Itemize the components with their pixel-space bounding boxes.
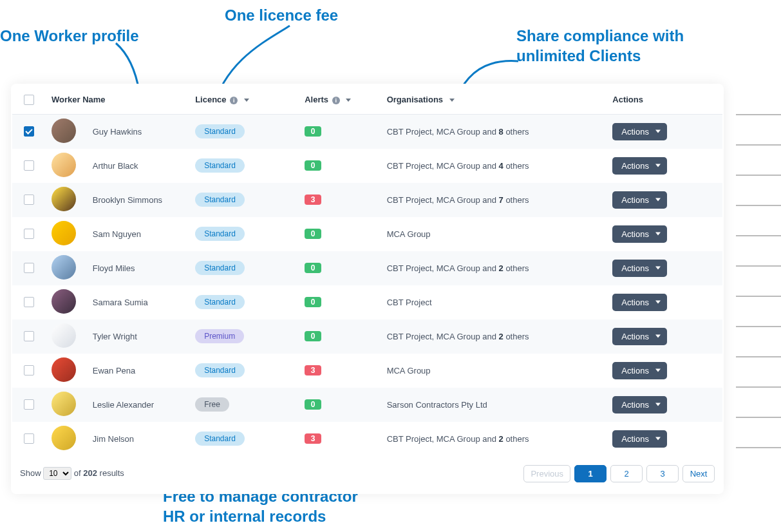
table-row: Guy HawkinsStandard0CBT Project, MCA Gro… — [12, 114, 722, 149]
alerts-badge: 0 — [305, 229, 321, 239]
worker-name[interactable]: Samara Sumia — [86, 285, 189, 319]
alerts-badge: 0 — [305, 263, 321, 273]
info-icon: i — [230, 97, 238, 104]
table-row: Tyler WrightPremium0CBT Project, MCA Gro… — [12, 319, 722, 354]
info-icon: i — [332, 97, 340, 104]
alerts-badge: 0 — [305, 297, 321, 307]
chevron-down-icon — [244, 99, 249, 102]
organisations-cell: CBT Project, MCA Group and 7 others — [381, 183, 607, 217]
licence-pill: Standard — [195, 261, 245, 275]
licence-pill: Standard — [195, 432, 245, 446]
worker-name[interactable]: Tyler Wright — [86, 319, 189, 354]
chevron-down-icon — [346, 99, 351, 102]
worker-name[interactable]: Guy Hawkins — [86, 114, 189, 149]
row-actions-button[interactable]: Actions — [612, 396, 667, 413]
organisations-cell: CBT Project, MCA Group and 2 others — [381, 422, 607, 456]
row-actions-button[interactable]: Actions — [612, 225, 667, 243]
row-checkbox[interactable] — [24, 195, 34, 205]
page-button-3[interactable]: 3 — [646, 465, 679, 482]
row-actions-button[interactable]: Actions — [612, 430, 667, 448]
avatar — [52, 392, 76, 416]
worker-name[interactable]: Brooklyn Simmons — [86, 183, 189, 217]
avatar — [52, 119, 76, 143]
row-actions-button[interactable]: Actions — [612, 191, 667, 209]
row-actions-button[interactable]: Actions — [612, 157, 667, 175]
avatar — [52, 323, 76, 348]
table-row: Floyd MilesStandard0CBT Project, MCA Gro… — [12, 251, 722, 285]
organisations-cell: CBT Project, MCA Group and 4 others — [381, 149, 607, 183]
organisations-cell: CBT Project, MCA Group and 8 others — [381, 114, 607, 149]
row-checkbox[interactable] — [24, 263, 34, 273]
table-row: Brooklyn SimmonsStandard3CBT Project, MC… — [12, 183, 722, 217]
worker-name[interactable]: Arthur Black — [86, 149, 189, 183]
row-actions-button[interactable]: Actions — [612, 328, 667, 345]
organisations-cell: CBT Project — [381, 285, 607, 319]
col-organisations[interactable]: Organisations — [381, 85, 607, 114]
alerts-badge: 0 — [305, 126, 321, 137]
avatar — [52, 221, 76, 245]
col-licence[interactable]: Licence i — [189, 85, 298, 114]
row-checkbox[interactable] — [24, 399, 34, 410]
row-checkbox[interactable] — [24, 331, 34, 341]
avatar — [52, 153, 76, 177]
alerts-badge: 0 — [305, 399, 321, 410]
licence-pill: Standard — [195, 295, 245, 309]
organisations-cell: CBT Project, MCA Group and 2 others — [381, 251, 607, 285]
col-alerts[interactable]: Alerts i — [298, 85, 381, 114]
row-checkbox[interactable] — [24, 160, 34, 171]
licence-pill: Standard — [195, 193, 245, 207]
avatar — [52, 357, 76, 382]
licence-pill: Standard — [195, 227, 245, 241]
alerts-badge: 3 — [305, 365, 321, 375]
licence-pill: Standard — [195, 124, 245, 138]
row-actions-button[interactable]: Actions — [612, 362, 667, 379]
avatar — [52, 289, 76, 314]
alerts-badge: 0 — [305, 160, 321, 171]
worker-name[interactable]: Jim Nelson — [86, 422, 189, 456]
row-actions-button[interactable]: Actions — [612, 294, 667, 311]
licence-pill: Free — [195, 397, 229, 412]
worker-name[interactable]: Sam Nguyen — [86, 217, 189, 251]
licence-pill: Premium — [195, 329, 244, 343]
row-checkbox[interactable] — [24, 433, 34, 444]
alerts-badge: 3 — [305, 433, 321, 444]
row-checkbox[interactable] — [24, 297, 34, 307]
chevron-down-icon — [449, 99, 455, 102]
row-actions-button[interactable]: Actions — [612, 260, 667, 277]
avatar — [52, 255, 76, 280]
worker-name[interactable]: Floyd Miles — [86, 251, 189, 285]
organisations-cell: CBT Project, MCA Group and 2 others — [381, 319, 607, 354]
table-row: Arthur BlackStandard0CBT Project, MCA Gr… — [12, 149, 722, 183]
licence-pill: Standard — [195, 363, 245, 377]
table-row: Samara SumiaStandard0CBT ProjectActions — [12, 285, 722, 319]
row-actions-button[interactable]: Actions — [612, 123, 667, 140]
organisations-cell: MCA Group — [381, 217, 607, 251]
table-footer: Show 10 of 202 results Previous 1 2 3 Ne… — [12, 456, 722, 493]
page-size-select[interactable]: 10 — [43, 467, 71, 480]
table-row: Jim NelsonStandard3CBT Project, MCA Grou… — [12, 422, 722, 456]
results-summary: Show 10 of 202 results — [20, 467, 124, 480]
row-checkbox[interactable] — [24, 229, 34, 239]
organisations-cell: MCA Group — [381, 354, 607, 388]
prev-button[interactable]: Previous — [523, 465, 570, 482]
row-checkbox[interactable] — [24, 365, 34, 375]
col-actions: Actions — [606, 85, 722, 114]
col-worker-name: Worker Name — [45, 85, 189, 114]
worker-name[interactable]: Leslie Alexander — [86, 388, 189, 422]
next-button[interactable]: Next — [682, 465, 715, 482]
alerts-badge: 3 — [305, 195, 321, 205]
table-row: Leslie AlexanderFree0Sarson Contractors … — [12, 388, 722, 422]
avatar — [52, 426, 76, 450]
annotation-share: Share compliance with unlimited Clients — [516, 26, 755, 66]
alerts-badge: 0 — [305, 331, 321, 341]
worker-name[interactable]: Ewan Pena — [86, 354, 189, 388]
avatar — [52, 187, 76, 211]
page-button-2[interactable]: 2 — [610, 465, 643, 482]
page-button-1[interactable]: 1 — [574, 465, 607, 482]
workers-table: Worker Name Licence i Alerts i Organisat… — [12, 85, 722, 456]
table-row: Sam NguyenStandard0MCA GroupActions — [12, 217, 722, 251]
select-all-checkbox[interactable] — [24, 95, 34, 105]
pager: Previous 1 2 3 Next — [523, 465, 715, 482]
row-checkbox[interactable] — [24, 126, 34, 137]
licence-pill: Standard — [195, 158, 245, 173]
